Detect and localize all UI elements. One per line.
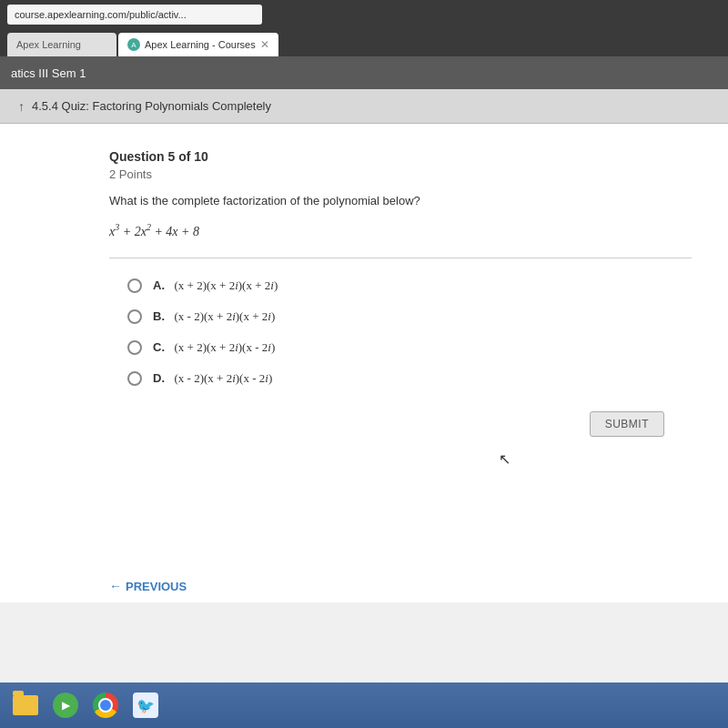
quiz-header-title: 4.5.4 Quiz: Factoring Polynomials Comple… (32, 99, 271, 113)
taskbar-item-bird[interactable]: 🐦 (127, 687, 164, 723)
option-d[interactable]: D. (x - 2)(x + 2i)(x - 2i) (127, 371, 692, 386)
tab-active-label: Apex Learning - Courses (145, 39, 256, 50)
app-header: atics III Sem 1 (0, 56, 728, 89)
bird-icon: 🐦 (133, 693, 158, 718)
option-c-radio[interactable] (127, 340, 142, 355)
taskbar-item-folder[interactable] (7, 687, 44, 723)
previous-label: PREVIOUS (126, 580, 187, 593)
previous-link[interactable]: ← PREVIOUS (109, 579, 728, 593)
address-bar-text: course.apexlearning.com/public/activ... (15, 9, 187, 20)
submit-button[interactable]: SUBMIT (590, 411, 664, 437)
options-list: A. (x + 2)(x + 2i)(x + 2i) B. (x - 2)(x … (109, 278, 692, 386)
submit-area: SUBMIT (109, 402, 692, 446)
page-wrapper: atics III Sem 1 ↑ 4.5.4 Quiz: Factoring … (0, 56, 728, 682)
option-d-label: D. (x - 2)(x + 2i)(x - 2i) (153, 371, 272, 386)
question-prompt: What is the complete factorization of th… (109, 194, 692, 207)
option-a-label: A. (x + 2)(x + 2i)(x + 2i) (153, 278, 278, 293)
main-content: Question 5 of 10 2 Points What is the co… (0, 124, 728, 561)
tab-inactive[interactable]: Apex Learning (7, 33, 116, 56)
question-points: 2 Points (109, 167, 692, 181)
option-a[interactable]: A. (x + 2)(x + 2i)(x + 2i) (127, 278, 692, 293)
taskbar-item-chrome[interactable] (87, 687, 124, 723)
option-a-radio[interactable] (127, 278, 142, 293)
browser-chrome: course.apexlearning.com/public/activ... … (0, 0, 728, 56)
option-b[interactable]: B. (x - 2)(x + 2i)(x + 2i) (127, 309, 692, 324)
option-b-radio[interactable] (127, 309, 142, 324)
option-c[interactable]: C. (x + 2)(x + 2i)(x - 2i) (127, 340, 692, 355)
browser-top: course.apexlearning.com/public/activ... (0, 0, 728, 29)
taskbar-item-play[interactable]: ▶ (47, 687, 84, 723)
nav-area: ← PREVIOUS (0, 561, 728, 602)
divider (109, 258, 692, 258)
tab-favicon-icon: A (127, 38, 140, 51)
tab-bar: Apex Learning A Apex Learning - Courses … (0, 29, 728, 56)
question-number: Question 5 of 10 (109, 149, 692, 164)
option-b-label: B. (x - 2)(x + 2i)(x + 2i) (153, 309, 275, 324)
folder-icon (13, 695, 38, 715)
tab-close-icon[interactable]: ✕ (260, 38, 269, 51)
tab-active[interactable]: A Apex Learning - Courses ✕ (118, 33, 278, 56)
option-d-radio[interactable] (127, 371, 142, 386)
chrome-icon (93, 693, 118, 718)
quiz-header-icon: ↑ (18, 99, 25, 114)
prev-arrow-icon: ← (109, 579, 122, 593)
taskbar: ▶ 🐦 (0, 682, 728, 728)
address-bar[interactable]: course.apexlearning.com/public/activ... (7, 5, 262, 25)
option-c-label: C. (x + 2)(x + 2i)(x - 2i) (153, 340, 275, 355)
tab-inactive-label: Apex Learning (16, 39, 81, 50)
quiz-header: ↑ 4.5.4 Quiz: Factoring Polynomials Comp… (0, 89, 728, 124)
app-header-title: atics III Sem 1 (11, 66, 86, 80)
play-icon: ▶ (53, 693, 78, 718)
cursor: ↖ (499, 450, 511, 468)
polynomial-expression: x3 + 2x2 + 4x + 8 (109, 222, 692, 239)
